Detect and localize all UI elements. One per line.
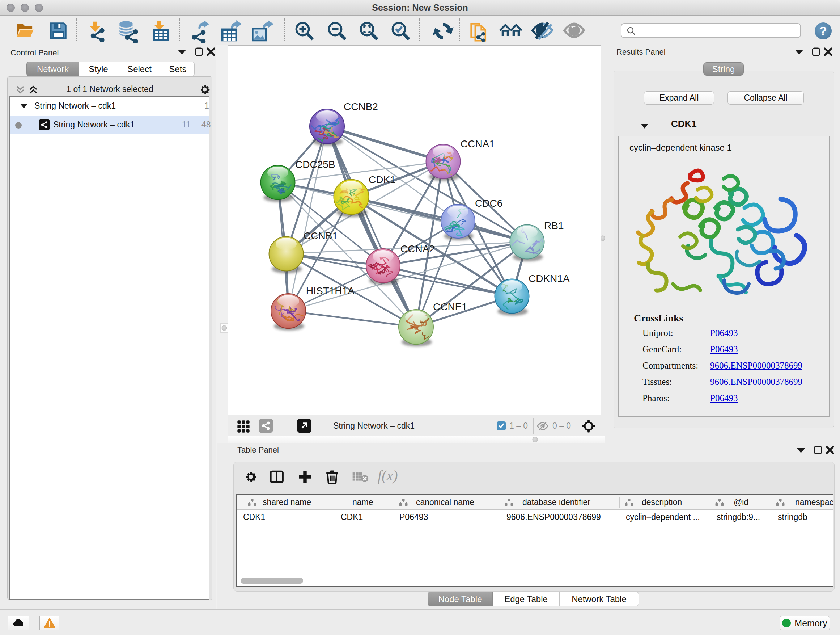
svg-text:HIST1H1A: HIST1H1A (306, 285, 355, 296)
svg-text:CCNB2: CCNB2 (344, 101, 378, 112)
svg-text:CCNB1: CCNB1 (303, 230, 338, 241)
svg-text:CDKN1A: CDKN1A (529, 273, 570, 284)
svg-text:CCNE1: CCNE1 (433, 301, 467, 312)
svg-text:CCNA2: CCNA2 (401, 243, 435, 255)
svg-text:RB1: RB1 (544, 220, 564, 231)
svg-text:CDC6: CDC6 (475, 198, 502, 209)
svg-text:CCNA1: CCNA1 (461, 138, 495, 149)
svg-text:CDC25B: CDC25B (295, 159, 335, 170)
svg-text:CDK1: CDK1 (369, 174, 396, 185)
